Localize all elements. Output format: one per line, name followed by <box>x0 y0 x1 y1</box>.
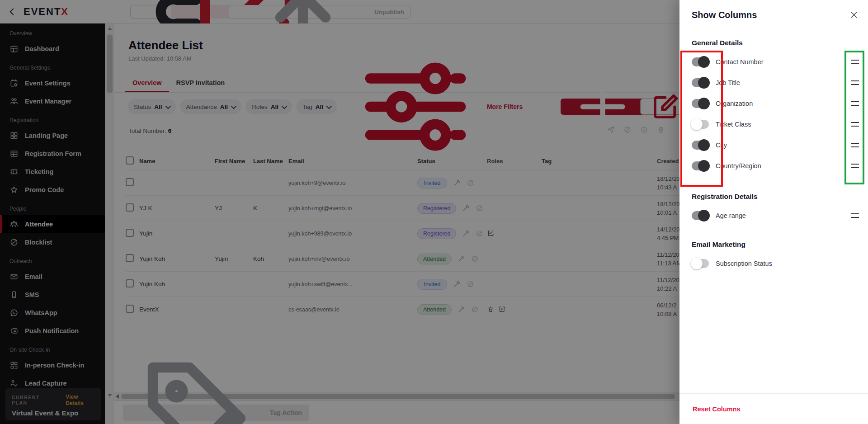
panel-footer: Reset Columns <box>679 393 868 424</box>
panel-title: Show Columns <box>692 10 757 20</box>
column-toggle-row: Age range <box>692 205 860 226</box>
toggle-subscription-status[interactable] <box>692 259 709 268</box>
column-toggle-row: Job Title <box>692 72 860 93</box>
section-registration-details: Registration Details <box>692 193 860 201</box>
drag-handle-icon[interactable] <box>851 60 859 64</box>
column-toggle-row: Ticket Class <box>692 114 860 135</box>
column-toggle-row: Contact Number <box>692 52 860 72</box>
close-icon <box>849 10 859 20</box>
drag-handle-icon[interactable] <box>851 122 859 127</box>
toggle-city[interactable] <box>692 141 709 150</box>
modal-dim-overlay[interactable] <box>0 0 679 424</box>
close-button[interactable] <box>849 10 859 20</box>
drag-handle-icon[interactable] <box>851 143 859 147</box>
column-toggle-row: Subscription Status <box>692 253 860 274</box>
drag-handle-icon[interactable] <box>851 80 859 85</box>
section-email-marketing: Email Marketing <box>692 240 860 249</box>
column-toggle-row: Organization <box>692 93 860 114</box>
column-toggle-row: City <box>692 135 860 155</box>
app-window: EVENTX Share Enter event Unpublish Overv… <box>0 0 868 424</box>
toggle-age-range[interactable] <box>692 211 709 220</box>
drag-handle-icon[interactable] <box>851 164 859 168</box>
drag-handle-icon[interactable] <box>851 213 859 218</box>
reset-columns-button[interactable]: Reset Columns <box>693 405 741 413</box>
drag-handle-icon[interactable] <box>851 101 859 106</box>
toggle-country-region[interactable] <box>692 161 709 170</box>
column-toggle-row: Country/Region <box>692 155 860 176</box>
toggle-job-title[interactable] <box>692 78 709 87</box>
section-general-details: General Details <box>692 39 860 47</box>
toggle-contact-number[interactable] <box>692 57 709 66</box>
toggle-ticket-class[interactable] <box>692 120 709 129</box>
show-columns-panel: Show Columns General Details Contact Num… <box>679 0 868 424</box>
toggle-organization[interactable] <box>692 99 709 108</box>
